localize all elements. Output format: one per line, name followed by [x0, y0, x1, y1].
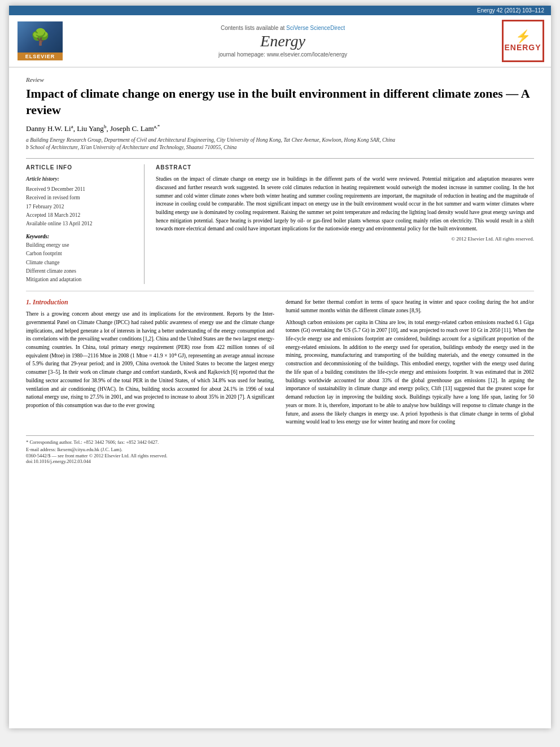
journal-center-info: Contents lists available at SciVerse Sci… [71, 25, 495, 58]
article-history: Article history: Received 9 December 201… [26, 175, 135, 228]
keyword-3: Climate change [26, 259, 135, 267]
elsevier-tree-icon: 🌳 [30, 29, 50, 45]
affiliations: a Building Energy Research Group, Depart… [26, 137, 534, 152]
journal-issue: Energy 42 (2012) 103–112 [477, 7, 544, 14]
right-para1: demand for better thermal comfort in ter… [286, 298, 534, 314]
sup-b: b [104, 124, 107, 129]
elsevier-brand-name: ELSEVIER [18, 53, 63, 60]
article-title: Impact of climate change on energy use i… [26, 86, 534, 118]
sup-a: a [71, 124, 73, 129]
journal-header: 🌳 ELSEVIER Contents lists available at S… [9, 15, 551, 68]
intro-heading: 1. Introduction [26, 298, 274, 307]
abstract-panel: ABSTRACT Studies on the impact of climat… [156, 164, 534, 284]
keyword-2: Carbon footprint [26, 250, 135, 258]
energy-logo-box: ⚡ ENERGY [502, 20, 544, 62]
received-date: Received 9 December 2011 [26, 186, 85, 192]
elsevier-logo-image: 🌳 [18, 21, 63, 53]
doi-line: doi:10.1016/j.energy.2012.03.044 [26, 458, 534, 464]
section-divider [26, 291, 534, 291]
article-info-heading: ARTICLE INFO [26, 164, 135, 171]
article-content: Review Impact of climate change on energ… [9, 68, 551, 473]
keywords-label: Keywords: [26, 234, 135, 239]
body-right-col: demand for better thermal comfort in ter… [286, 298, 534, 430]
author-joseph: Joseph C. Lam [110, 125, 154, 133]
history-label: Article history: [26, 175, 135, 184]
keyword-5: Mitigation and adaptation [26, 276, 135, 284]
right-para2: Although carbon emissions per capita in … [286, 318, 534, 426]
journal-title: Energy [71, 32, 495, 50]
sup-a2: a,* [154, 124, 160, 129]
accepted-date: Accepted 18 March 2012 [26, 212, 80, 218]
elsevier-logo: 🌳 ELSEVIER [15, 21, 65, 60]
abstract-text: Studies on the impact of climate change … [156, 175, 534, 233]
corresponding-author: * Corresponding author. Tel.: +852 3442 … [26, 439, 534, 446]
abstract-copyright: © 2012 Elsevier Ltd. All rights reserved… [156, 236, 534, 242]
sciverse-line: Contents lists available at SciVerse Sci… [71, 25, 495, 31]
email-address: E-mail address: lkexem@cityu.edu.hk (J.C… [26, 446, 534, 453]
info-abstract-section: ARTICLE INFO Article history: Received 9… [26, 158, 534, 284]
keyword-1: Building energy use [26, 241, 135, 250]
article-type-label: Review [26, 76, 534, 83]
energy-logo-right: ⚡ ENERGY [500, 20, 545, 62]
journal-homepage: journal homepage: www.elsevier.com/locat… [71, 51, 495, 58]
body-left-col: 1. Introduction There is a growing conce… [26, 298, 274, 430]
author-danny: Danny H.W. Li [26, 125, 71, 133]
issn-line: 0360-5442/$ — see front matter © 2012 El… [26, 453, 534, 458]
intro-para1: There is a growing concern about energy … [26, 310, 274, 410]
footnote-area: * Corresponding author. Tel.: +852 3442 … [26, 435, 534, 465]
top-bar: Energy 42 (2012) 103–112 [9, 6, 551, 15]
article-info-panel: ARTICLE INFO Article history: Received 9… [26, 164, 145, 284]
keywords-section: Keywords: Building energy use Carbon foo… [26, 234, 135, 284]
author-liu: Liu Yang [77, 125, 104, 133]
energy-flame-icon: ⚡ [515, 30, 531, 43]
received-revised-date: 17 February 2012 [26, 204, 64, 209]
received-revised-label: Received in revised form [26, 195, 80, 200]
available-date: Available online 13 April 2012 [26, 221, 93, 226]
abstract-heading: ABSTRACT [156, 164, 534, 171]
contents-text: Contents lists available at [221, 25, 286, 31]
authors-line: Danny H.W. Lia, Liu Yangb, Joseph C. Lam… [26, 124, 534, 133]
affiliation-a: a Building Energy Research Group, Depart… [26, 137, 395, 143]
sciverse-link[interactable]: SciVerse ScienceDirect [286, 25, 345, 31]
journal-page: Energy 42 (2012) 103–112 🌳 ELSEVIER Cont… [9, 6, 551, 728]
keyword-4: Different climate zones [26, 267, 135, 276]
body-section: 1. Introduction There is a growing conce… [26, 298, 534, 430]
energy-logo-label: ENERGY [504, 43, 541, 52]
affiliation-b: b School of Architecture, Xi'an Universi… [26, 145, 237, 150]
